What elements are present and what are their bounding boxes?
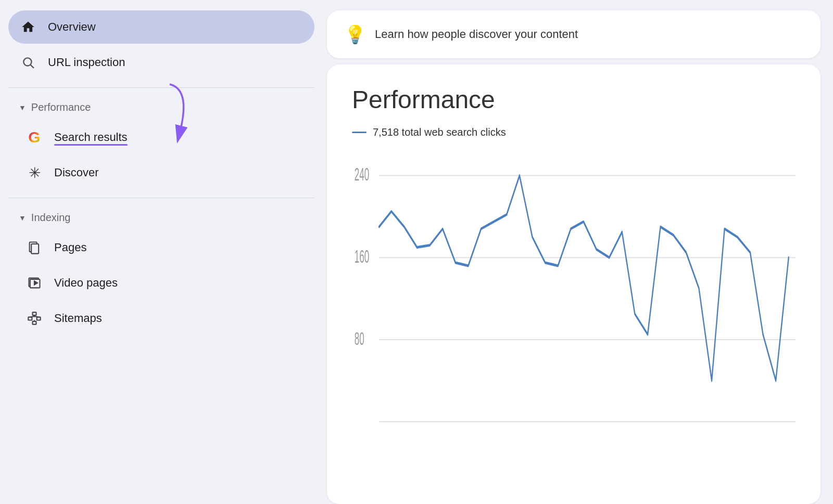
performance-card: Performance 7,518 total web search click… xyxy=(327,64,821,504)
chevron-down-icon-2: ▼ xyxy=(19,214,26,222)
sidebar: Overview URL inspection ▼ Performance G … xyxy=(0,0,323,504)
performance-title: Performance xyxy=(352,85,796,114)
home-icon xyxy=(19,18,37,36)
url-inspection-label: URL inspection xyxy=(48,56,125,69)
svg-line-14 xyxy=(30,316,34,317)
sidebar-item-search-results[interactable]: G Search results xyxy=(8,121,314,154)
indexing-section-header[interactable]: ▼ Indexing xyxy=(8,206,314,229)
svg-line-15 xyxy=(34,316,39,317)
discover-label: Discover xyxy=(54,166,99,179)
video-pages-icon xyxy=(25,274,44,292)
pages-icon xyxy=(25,238,44,257)
sidebar-item-overview[interactable]: Overview xyxy=(8,10,314,44)
sidebar-item-url-inspection[interactable]: URL inspection xyxy=(8,46,314,79)
sidebar-item-discover[interactable]: ✳ Discover xyxy=(8,156,314,189)
svg-rect-9 xyxy=(33,312,36,315)
svg-point-0 xyxy=(23,58,31,66)
performance-chart: 240 160 80 xyxy=(352,155,796,483)
discover-icon: ✳ xyxy=(25,163,44,182)
search-icon xyxy=(19,53,37,72)
svg-text:240: 240 xyxy=(355,164,369,185)
sidebar-item-pages[interactable]: Pages xyxy=(8,231,314,264)
performance-section-label: Performance xyxy=(31,101,91,113)
performance-section-header[interactable]: ▼ Performance xyxy=(8,96,314,119)
search-results-label: Search results xyxy=(54,131,128,144)
sitemaps-label: Sitemaps xyxy=(54,312,102,325)
chevron-down-icon: ▼ xyxy=(19,104,26,112)
video-pages-label: Video pages xyxy=(54,276,118,290)
chart-area: 240 160 80 xyxy=(352,155,796,483)
sidebar-item-sitemaps[interactable]: Sitemaps xyxy=(8,302,314,335)
legend-line xyxy=(352,132,367,133)
sitemaps-icon xyxy=(25,309,44,328)
svg-rect-12 xyxy=(33,321,36,325)
top-banner: 💡 Learn how people discover your content xyxy=(327,10,821,58)
divider-1 xyxy=(8,87,314,88)
banner-text: Learn how people discover your content xyxy=(375,28,578,41)
svg-rect-4 xyxy=(31,244,39,254)
main-content: 💡 Learn how people discover your content… xyxy=(323,0,833,504)
google-g-icon: G xyxy=(25,128,44,147)
pages-label: Pages xyxy=(54,241,86,254)
svg-rect-11 xyxy=(37,317,41,320)
overview-label: Overview xyxy=(48,20,96,34)
svg-text:160: 160 xyxy=(355,246,369,267)
sidebar-item-video-pages[interactable]: Video pages xyxy=(8,266,314,300)
svg-text:80: 80 xyxy=(355,328,364,349)
divider-2 xyxy=(8,198,314,198)
clicks-legend: 7,518 total web search clicks xyxy=(352,126,796,138)
lightbulb-icon: 💡 xyxy=(346,25,364,44)
indexing-section-label: Indexing xyxy=(31,212,71,224)
svg-line-1 xyxy=(31,65,34,68)
clicks-label: 7,518 total web search clicks xyxy=(373,126,506,138)
svg-rect-10 xyxy=(28,317,32,320)
